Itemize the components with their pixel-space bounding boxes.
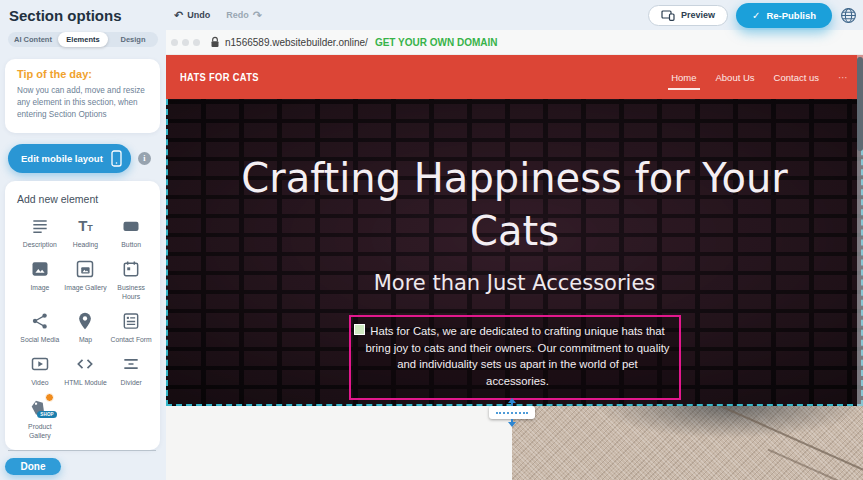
- button-icon: [121, 215, 141, 237]
- globe-icon: [840, 7, 857, 24]
- hero-paragraph: Hats for Cats, we are dedicated to craft…: [365, 323, 671, 391]
- code-icon: [75, 353, 95, 375]
- devices-icon: [661, 10, 675, 21]
- edit-mobile-label: Edit mobile layout: [21, 153, 103, 164]
- share-icon: [30, 310, 50, 332]
- element-contact-form[interactable]: Contact Form: [108, 310, 154, 344]
- product-gallery-icon: SHOP: [28, 397, 52, 419]
- nav-more-menu[interactable]: ⋯: [838, 72, 849, 83]
- element-video[interactable]: Video: [17, 353, 63, 387]
- browser-bar: n1566589.websitebuilder.online/ GET YOUR…: [166, 30, 863, 55]
- video-icon: [30, 353, 50, 375]
- scrollbar-thumb[interactable]: [857, 57, 863, 151]
- tip-title: Tip of the day:: [17, 68, 148, 80]
- selected-text-element[interactable]: Hats for Cats, we are dedicated to craft…: [349, 315, 681, 401]
- done-button[interactable]: Done: [5, 458, 61, 475]
- section-resize-handle[interactable]: [489, 398, 535, 427]
- text-lines-icon: [30, 215, 50, 237]
- redo-button[interactable]: Redo ↷: [226, 9, 262, 22]
- add-element-heading: Add new element: [17, 193, 154, 205]
- element-description[interactable]: Description: [17, 215, 63, 249]
- element-business-hours[interactable]: Business Hours: [108, 258, 154, 301]
- preview-label: Preview: [681, 10, 715, 20]
- map-pin-icon: [75, 310, 95, 332]
- next-section-carpet-image: [512, 406, 863, 480]
- republish-button[interactable]: ✓ Re-Publish: [736, 3, 832, 28]
- republish-label: Re-Publish: [766, 10, 816, 21]
- redo-label: Redo: [226, 10, 249, 20]
- tab-ai-content[interactable]: AI Content: [8, 32, 58, 47]
- edit-mobile-layout-button[interactable]: Edit mobile layout: [8, 144, 131, 173]
- topbar-actions: Preview ✓ Re-Publish: [648, 3, 863, 28]
- undo-icon: ↶: [174, 9, 183, 22]
- hero-subtitle[interactable]: More than Just Accessories: [168, 271, 861, 295]
- next-section-blank: [166, 406, 512, 480]
- carpet-seam: [644, 406, 863, 478]
- element-image[interactable]: Image: [17, 258, 63, 301]
- business-hours-icon: [121, 258, 141, 280]
- panel-tabs: AI Content Elements Design: [8, 32, 158, 47]
- element-drag-handle[interactable]: [354, 324, 365, 335]
- window-dots: [171, 39, 200, 46]
- check-icon: ✓: [752, 10, 760, 21]
- tip-of-the-day-card: Tip of the day: Now you can add, move an…: [5, 59, 160, 133]
- panel-divider: [8, 450, 156, 451]
- mobile-layout-row: Edit mobile layout i: [8, 144, 166, 173]
- divider-icon: [121, 353, 141, 375]
- undo-button[interactable]: ↶ Undo: [174, 9, 210, 22]
- page-title: Section options: [0, 7, 166, 24]
- site-header: HATS FOR CATS Home About Us Contact us ⋯: [166, 55, 863, 99]
- topbar: Section options ↶ Undo Redo ↷ Preview: [0, 0, 863, 30]
- element-button[interactable]: Button: [108, 215, 154, 249]
- element-product-gallery[interactable]: SHOP Product Gallery: [17, 397, 63, 440]
- contact-form-icon: [121, 310, 141, 332]
- image-icon: [30, 258, 50, 280]
- redo-icon: ↷: [253, 9, 262, 22]
- hero-title[interactable]: Crafting Happiness for Your Cats: [235, 152, 795, 258]
- phone-icon: [111, 150, 122, 167]
- element-divider[interactable]: Divider: [108, 353, 154, 387]
- image-gallery-icon: [75, 258, 95, 280]
- hero-section[interactable]: Crafting Happiness for Your Cats More th…: [166, 99, 863, 406]
- site-preview: n1566589.websitebuilder.online/ GET YOUR…: [166, 30, 863, 480]
- new-badge: [45, 393, 54, 402]
- url-text[interactable]: n1566589.websitebuilder.online/: [225, 37, 368, 48]
- tab-elements[interactable]: Elements: [58, 32, 108, 47]
- shop-tag: SHOP: [37, 411, 57, 418]
- info-icon[interactable]: i: [138, 152, 151, 165]
- site-logo[interactable]: HATS FOR CATS: [180, 71, 259, 83]
- language-globe-button[interactable]: [840, 7, 857, 24]
- nav-home[interactable]: Home: [671, 72, 696, 83]
- nav-contact-us[interactable]: Contact us: [774, 72, 819, 83]
- nav-about-us[interactable]: About Us: [716, 72, 755, 83]
- element-grid: Description TT Heading Button: [17, 215, 154, 440]
- tab-design[interactable]: Design: [108, 32, 158, 47]
- element-map[interactable]: Map: [63, 310, 109, 344]
- sidebar-panel: AI Content Elements Design Tip of the da…: [0, 30, 166, 480]
- get-domain-link[interactable]: GET YOUR OWN DOMAIN: [375, 37, 498, 48]
- history-controls: ↶ Undo Redo ↷: [174, 9, 262, 22]
- element-html-module[interactable]: HTML Module: [63, 353, 109, 387]
- tip-body: Now you can add, move and resize any ele…: [17, 85, 148, 121]
- add-element-card: Add new element Description TT Heading: [5, 181, 160, 450]
- site-nav: Home About Us Contact us ⋯: [671, 72, 849, 83]
- app-root: Section options ↶ Undo Redo ↷ Preview: [0, 0, 863, 480]
- lock-icon: [210, 36, 220, 48]
- element-image-gallery[interactable]: Image Gallery: [63, 258, 109, 301]
- undo-label: Undo: [187, 10, 210, 20]
- element-social-media[interactable]: Social Media: [17, 310, 63, 344]
- heading-icon: TT: [78, 215, 93, 237]
- element-heading[interactable]: TT Heading: [63, 215, 109, 249]
- preview-button[interactable]: Preview: [648, 5, 728, 26]
